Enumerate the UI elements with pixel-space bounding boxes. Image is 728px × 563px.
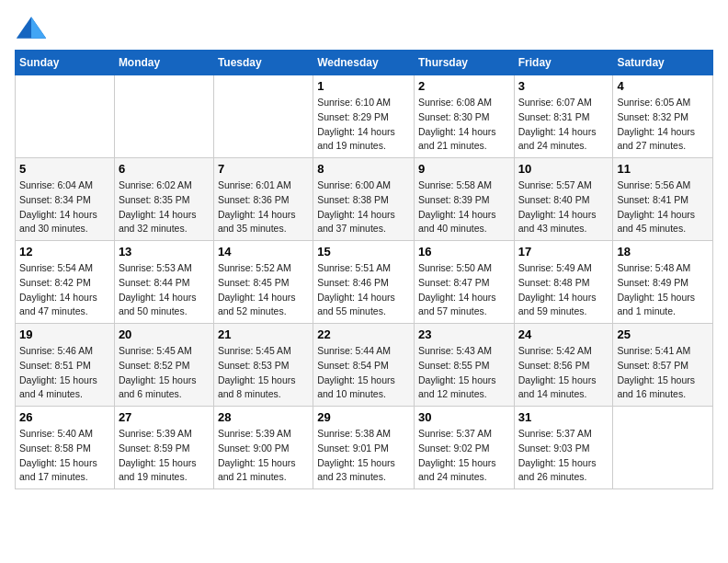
day-number: 15 xyxy=(317,245,410,259)
calendar-cell: 3Sunrise: 6:07 AM Sunset: 8:31 PM Daylig… xyxy=(514,75,613,158)
calendar-cell xyxy=(213,75,313,158)
day-number: 25 xyxy=(617,327,709,341)
calendar-cell xyxy=(16,75,115,158)
calendar-table: SundayMondayTuesdayWednesdayThursdayFrid… xyxy=(15,50,713,489)
calendar-cell: 2Sunrise: 6:08 AM Sunset: 8:30 PM Daylig… xyxy=(414,75,514,158)
header-friday: Friday xyxy=(514,51,613,75)
day-info: Sunrise: 5:43 AM Sunset: 8:55 PM Dayligh… xyxy=(418,344,510,402)
day-number: 14 xyxy=(218,245,309,259)
calendar-cell: 19Sunrise: 5:46 AM Sunset: 8:51 PM Dayli… xyxy=(16,324,115,407)
page-header xyxy=(15,15,713,42)
day-number: 20 xyxy=(119,327,210,341)
day-number: 31 xyxy=(518,410,609,424)
calendar-cell: 27Sunrise: 5:39 AM Sunset: 8:59 PM Dayli… xyxy=(114,407,213,489)
calendar-cell: 22Sunrise: 5:44 AM Sunset: 8:54 PM Dayli… xyxy=(313,324,415,407)
day-info: Sunrise: 5:46 AM Sunset: 8:51 PM Dayligh… xyxy=(19,344,110,402)
day-number: 10 xyxy=(518,162,609,176)
calendar-week-4: 19Sunrise: 5:46 AM Sunset: 8:51 PM Dayli… xyxy=(16,324,713,407)
day-number: 1 xyxy=(317,79,410,93)
day-info: Sunrise: 5:41 AM Sunset: 8:57 PM Dayligh… xyxy=(617,344,709,402)
day-number: 2 xyxy=(418,79,510,93)
day-number: 21 xyxy=(218,327,309,341)
day-number: 11 xyxy=(617,162,709,176)
calendar-cell: 1Sunrise: 6:10 AM Sunset: 8:29 PM Daylig… xyxy=(313,75,415,158)
day-info: Sunrise: 6:10 AM Sunset: 8:29 PM Dayligh… xyxy=(317,96,410,154)
day-number: 26 xyxy=(19,410,110,424)
calendar-week-3: 12Sunrise: 5:54 AM Sunset: 8:42 PM Dayli… xyxy=(16,241,713,324)
calendar-cell: 9Sunrise: 5:58 AM Sunset: 8:39 PM Daylig… xyxy=(414,158,514,241)
calendar-cell: 23Sunrise: 5:43 AM Sunset: 8:55 PM Dayli… xyxy=(414,324,514,407)
day-number: 17 xyxy=(518,245,609,259)
day-info: Sunrise: 5:40 AM Sunset: 8:58 PM Dayligh… xyxy=(19,427,110,485)
day-info: Sunrise: 6:04 AM Sunset: 8:34 PM Dayligh… xyxy=(19,178,110,236)
calendar-week-2: 5Sunrise: 6:04 AM Sunset: 8:34 PM Daylig… xyxy=(16,158,713,241)
calendar-week-5: 26Sunrise: 5:40 AM Sunset: 8:58 PM Dayli… xyxy=(16,407,713,489)
day-number: 19 xyxy=(19,327,110,341)
header-thursday: Thursday xyxy=(414,51,514,75)
day-info: Sunrise: 5:51 AM Sunset: 8:46 PM Dayligh… xyxy=(317,261,410,319)
day-number: 22 xyxy=(317,327,410,341)
day-number: 28 xyxy=(218,410,309,424)
header-saturday: Saturday xyxy=(613,51,713,75)
day-number: 5 xyxy=(19,162,110,176)
day-number: 9 xyxy=(418,162,510,176)
logo xyxy=(15,15,53,42)
day-info: Sunrise: 5:50 AM Sunset: 8:47 PM Dayligh… xyxy=(418,261,510,319)
day-info: Sunrise: 6:00 AM Sunset: 8:38 PM Dayligh… xyxy=(317,178,410,236)
calendar-cell: 5Sunrise: 6:04 AM Sunset: 8:34 PM Daylig… xyxy=(16,158,115,241)
day-number: 3 xyxy=(518,79,609,93)
calendar-cell: 18Sunrise: 5:48 AM Sunset: 8:49 PM Dayli… xyxy=(613,241,713,324)
day-info: Sunrise: 5:53 AM Sunset: 8:44 PM Dayligh… xyxy=(119,261,210,319)
header-sunday: Sunday xyxy=(16,51,115,75)
day-info: Sunrise: 6:08 AM Sunset: 8:30 PM Dayligh… xyxy=(418,96,510,154)
calendar-cell: 26Sunrise: 5:40 AM Sunset: 8:58 PM Dayli… xyxy=(16,407,115,489)
day-info: Sunrise: 5:52 AM Sunset: 8:45 PM Dayligh… xyxy=(218,261,309,319)
day-number: 12 xyxy=(19,245,110,259)
calendar-week-1: 1Sunrise: 6:10 AM Sunset: 8:29 PM Daylig… xyxy=(16,75,713,158)
day-info: Sunrise: 5:39 AM Sunset: 9:00 PM Dayligh… xyxy=(218,427,309,485)
header-wednesday: Wednesday xyxy=(313,51,415,75)
day-number: 23 xyxy=(418,327,510,341)
calendar-cell: 21Sunrise: 5:45 AM Sunset: 8:53 PM Dayli… xyxy=(213,324,313,407)
calendar-cell: 20Sunrise: 5:45 AM Sunset: 8:52 PM Dayli… xyxy=(114,324,213,407)
day-info: Sunrise: 5:58 AM Sunset: 8:39 PM Dayligh… xyxy=(418,178,510,236)
day-info: Sunrise: 5:44 AM Sunset: 8:54 PM Dayligh… xyxy=(317,344,410,402)
calendar-cell: 16Sunrise: 5:50 AM Sunset: 8:47 PM Dayli… xyxy=(414,241,514,324)
day-number: 6 xyxy=(119,162,210,176)
calendar-cell: 13Sunrise: 5:53 AM Sunset: 8:44 PM Dayli… xyxy=(114,241,213,324)
header-tuesday: Tuesday xyxy=(213,51,313,75)
day-info: Sunrise: 6:01 AM Sunset: 8:36 PM Dayligh… xyxy=(218,178,309,236)
calendar-header-row: SundayMondayTuesdayWednesdayThursdayFrid… xyxy=(16,51,713,75)
calendar-cell: 6Sunrise: 6:02 AM Sunset: 8:35 PM Daylig… xyxy=(114,158,213,241)
day-info: Sunrise: 5:37 AM Sunset: 9:02 PM Dayligh… xyxy=(418,427,510,485)
day-number: 16 xyxy=(418,245,510,259)
calendar-cell: 25Sunrise: 5:41 AM Sunset: 8:57 PM Dayli… xyxy=(613,324,713,407)
header-monday: Monday xyxy=(114,51,213,75)
day-number: 8 xyxy=(317,162,410,176)
calendar-cell: 8Sunrise: 6:00 AM Sunset: 8:38 PM Daylig… xyxy=(313,158,415,241)
day-number: 30 xyxy=(418,410,510,424)
calendar-cell: 30Sunrise: 5:37 AM Sunset: 9:02 PM Dayli… xyxy=(414,407,514,489)
calendar-cell: 15Sunrise: 5:51 AM Sunset: 8:46 PM Dayli… xyxy=(313,241,415,324)
day-info: Sunrise: 6:05 AM Sunset: 8:32 PM Dayligh… xyxy=(617,96,709,154)
calendar-cell: 28Sunrise: 5:39 AM Sunset: 9:00 PM Dayli… xyxy=(213,407,313,489)
calendar-cell: 31Sunrise: 5:37 AM Sunset: 9:03 PM Dayli… xyxy=(514,407,613,489)
day-info: Sunrise: 5:37 AM Sunset: 9:03 PM Dayligh… xyxy=(518,427,609,485)
day-info: Sunrise: 5:56 AM Sunset: 8:41 PM Dayligh… xyxy=(617,178,709,236)
calendar-cell xyxy=(114,75,213,158)
calendar-cell: 29Sunrise: 5:38 AM Sunset: 9:01 PM Dayli… xyxy=(313,407,415,489)
calendar-cell: 12Sunrise: 5:54 AM Sunset: 8:42 PM Dayli… xyxy=(16,241,115,324)
calendar-cell: 7Sunrise: 6:01 AM Sunset: 8:36 PM Daylig… xyxy=(213,158,313,241)
day-number: 27 xyxy=(119,410,210,424)
day-number: 29 xyxy=(317,410,410,424)
day-number: 4 xyxy=(617,79,709,93)
day-number: 24 xyxy=(518,327,609,341)
calendar-cell: 17Sunrise: 5:49 AM Sunset: 8:48 PM Dayli… xyxy=(514,241,613,324)
day-number: 13 xyxy=(119,245,210,259)
day-number: 18 xyxy=(617,245,709,259)
calendar-cell: 24Sunrise: 5:42 AM Sunset: 8:56 PM Dayli… xyxy=(514,324,613,407)
day-info: Sunrise: 5:45 AM Sunset: 8:53 PM Dayligh… xyxy=(218,344,309,402)
calendar-cell: 4Sunrise: 6:05 AM Sunset: 8:32 PM Daylig… xyxy=(613,75,713,158)
calendar-cell xyxy=(613,407,713,489)
calendar-cell: 11Sunrise: 5:56 AM Sunset: 8:41 PM Dayli… xyxy=(613,158,713,241)
